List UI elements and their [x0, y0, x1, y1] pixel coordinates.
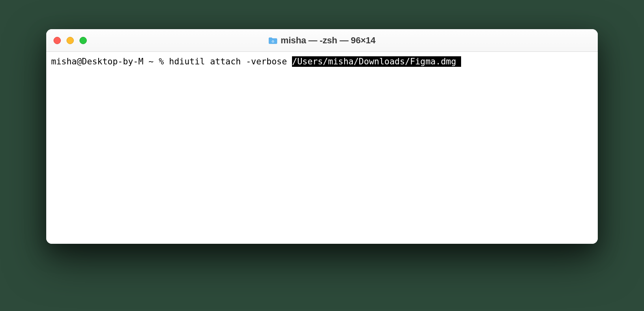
traffic-lights [54, 37, 87, 44]
title-center: misha — -zsh — 96×14 [46, 35, 598, 46]
command-text: hdiutil attach -verbose [169, 57, 292, 66]
terminal-body[interactable]: misha@Desktop-by-M ~ % hdiutil attach -v… [46, 52, 598, 244]
titlebar[interactable]: misha — -zsh — 96×14 [46, 29, 598, 52]
window-title: misha — -zsh — 96×14 [281, 35, 376, 46]
shell-prompt: misha@Desktop-by-M ~ % [51, 57, 169, 66]
home-folder-icon [268, 37, 277, 44]
minimize-icon[interactable] [67, 37, 74, 44]
terminal-window: misha — -zsh — 96×14 misha@Desktop-by-M … [46, 29, 598, 244]
close-icon[interactable] [54, 37, 61, 44]
command-selected-text[interactable]: /Users/misha/Downloads/Figma.dmg [292, 56, 461, 67]
zoom-icon[interactable] [79, 37, 87, 44]
